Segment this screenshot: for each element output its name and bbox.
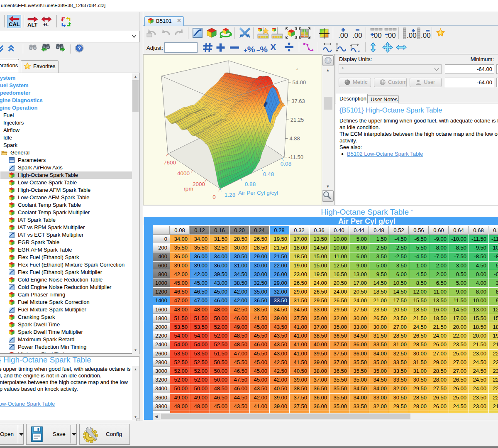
svg-text:-11.50: -11.50 [288,154,303,160]
svg-text:0.08: 0.08 [281,161,291,167]
svg-text:.00: .00 [338,32,348,39]
svg-text:rpm: rpm [183,186,193,192]
svg-text:7600: 7600 [164,159,176,166]
svg-text:?: ? [78,46,81,51]
svg-text:.00: .00 [421,32,431,39]
svg-text:37.63: 37.63 [291,98,305,104]
svg-text:0.88: 0.88 [245,181,256,187]
svg-text:0.48: 0.48 [263,171,274,177]
svg-text:0: 0 [212,194,216,200]
svg-text:.00: .00 [407,32,417,39]
svg-text:.00: .00 [372,32,382,39]
svg-text:4.88: 4.88 [289,135,300,142]
svg-text:.00: .00 [352,32,362,39]
svg-text:°: ° [296,68,298,73]
svg-text:?: ? [327,58,329,63]
svg-text:.00: .00 [386,32,396,39]
svg-text:4000: 4000 [177,170,190,176]
svg-text:21.25: 21.25 [290,117,304,123]
svg-text:2000: 2000 [193,181,205,187]
svg-text:1.28: 1.28 [225,192,235,198]
svg-text:54.00: 54.00 [293,79,306,86]
svg-text:Air Per Cyl g/cyl: Air Per Cyl g/cyl [238,190,278,196]
